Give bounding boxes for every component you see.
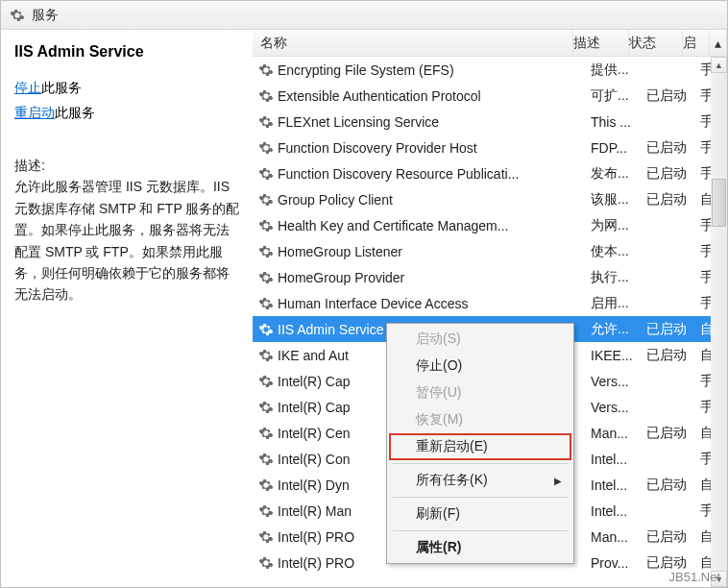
- service-name: Encrypting File System (EFS): [276, 62, 591, 78]
- restart-link[interactable]: 重启动: [14, 105, 55, 120]
- gear-icon: [256, 62, 276, 78]
- service-desc: FDP...: [591, 140, 646, 156]
- service-status: 已启动: [646, 425, 700, 442]
- service-desc: 可扩...: [591, 87, 646, 105]
- service-status: 已启动: [646, 477, 700, 494]
- service-desc: 该服...: [591, 191, 646, 208]
- service-desc: Intel...: [591, 478, 646, 493]
- gear-icon: [256, 296, 276, 311]
- details-pane: IIS Admin Service 停止此服务 重启动此服务 描述: 允许此服务…: [1, 30, 253, 587]
- scroll-up-icon[interactable]: ▴: [710, 30, 727, 56]
- description-label: 描述:: [14, 155, 241, 176]
- service-status: 已启动: [646, 347, 700, 364]
- menu-item-start: 启动(S): [389, 326, 571, 353]
- service-row[interactable]: Extensible Authentication Protocol可扩...已…: [253, 83, 727, 109]
- service-desc: 为网...: [591, 217, 646, 234]
- gear-icon: [256, 348, 276, 363]
- context-menu[interactable]: 启动(S)停止(O)暂停(U)恢复(M)重新启动(E)所有任务(K)▶刷新(F)…: [386, 323, 574, 564]
- services-window: 服务 IIS Admin Service 停止此服务 重启动此服务 描述: 允许…: [0, 0, 728, 588]
- service-name: Human Interface Device Access: [276, 296, 591, 311]
- stop-suffix: 此服务: [41, 80, 82, 95]
- scroll-up-button[interactable]: ▲: [711, 57, 727, 73]
- menu-item-resume: 恢复(M): [389, 406, 571, 433]
- service-status: 已启动: [646, 191, 700, 208]
- service-row[interactable]: Human Interface Device Access启用...手: [253, 290, 727, 316]
- services-icon: [9, 7, 26, 24]
- service-name: HomeGroup Provider: [276, 270, 591, 285]
- service-row[interactable]: FLEXnet Licensing ServiceThis ...手: [253, 109, 727, 135]
- service-name: Function Discovery Resource Publicati...: [276, 166, 591, 182]
- gear-icon: [256, 503, 276, 519]
- service-row[interactable]: HomeGroup Listener使本...手: [253, 238, 727, 264]
- service-desc: Prov...: [591, 555, 646, 571]
- stop-link[interactable]: 停止: [14, 80, 41, 95]
- restart-suffix: 此服务: [55, 105, 95, 120]
- service-row[interactable]: Health Key and Certificate Managem...为网.…: [253, 212, 727, 238]
- gear-icon: [256, 166, 276, 182]
- service-desc: Intel...: [591, 503, 646, 519]
- menu-separator: [393, 497, 568, 498]
- service-name: HomeGroup Listener: [276, 244, 591, 259]
- service-name: Group Policy Client: [276, 192, 591, 208]
- window-body: IIS Admin Service 停止此服务 重启动此服务 描述: 允许此服务…: [1, 30, 727, 587]
- service-status: 已启动: [646, 165, 700, 183]
- menu-item-pause: 暂停(U): [389, 380, 571, 406]
- service-desc: This ...: [591, 114, 646, 130]
- gear-icon: [256, 218, 276, 233]
- scroll-thumb[interactable]: [712, 179, 726, 227]
- menu-item-refresh[interactable]: 刷新(F): [389, 501, 571, 527]
- gear-icon: [256, 555, 276, 571]
- col-desc[interactable]: 描述: [573, 30, 629, 56]
- gear-icon: [256, 478, 276, 493]
- service-name: Health Key and Certificate Managem...: [276, 218, 591, 233]
- service-row[interactable]: Encrypting File System (EFS)提供...手: [253, 57, 727, 83]
- gear-icon: [256, 374, 276, 389]
- gear-icon: [256, 452, 276, 467]
- window-title: 服务: [32, 7, 59, 24]
- gear-icon: [256, 426, 276, 441]
- col-startup[interactable]: 启: [683, 30, 710, 56]
- gear-icon: [256, 529, 276, 545]
- service-desc: Vers...: [591, 374, 646, 389]
- titlebar: 服务: [1, 1, 727, 30]
- gear-icon: [256, 322, 276, 337]
- service-name: FLEXnet Licensing Service: [276, 114, 591, 130]
- service-desc: 使本...: [591, 243, 646, 260]
- menu-item-alltasks[interactable]: 所有任务(K)▶: [389, 467, 571, 494]
- description-block: 描述: 允许此服务器管理 IIS 元数据库。IIS 元数据库存储 SMTP 和 …: [14, 155, 241, 306]
- description-body: 允许此服务器管理 IIS 元数据库。IIS 元数据库存储 SMTP 和 FTP …: [14, 176, 241, 305]
- service-desc: IKEE...: [591, 348, 646, 363]
- vertical-scrollbar[interactable]: ▲ ▼: [711, 57, 727, 587]
- menu-separator: [393, 463, 568, 464]
- gear-icon: [256, 114, 276, 130]
- service-status: 已启动: [646, 528, 700, 546]
- gear-icon: [256, 400, 276, 415]
- col-status[interactable]: 状态: [629, 30, 683, 56]
- service-desc: 启用...: [591, 295, 646, 312]
- watermark: JB51.Net: [669, 570, 720, 584]
- scroll-track[interactable]: [711, 73, 727, 571]
- service-heading: IIS Admin Service: [14, 43, 241, 61]
- menu-item-props[interactable]: 属性(R): [389, 534, 571, 561]
- service-row[interactable]: Function Discovery Resource Publicati...…: [253, 160, 727, 186]
- service-status: 已启动: [646, 87, 700, 105]
- service-desc: Man...: [591, 529, 646, 545]
- service-status: 已启动: [646, 321, 700, 338]
- restart-service-line: 重启动此服务: [14, 105, 241, 122]
- service-row[interactable]: Group Policy Client该服...已启动自: [253, 186, 727, 212]
- gear-icon: [256, 88, 276, 104]
- stop-service-line: 停止此服务: [14, 80, 241, 97]
- service-desc: Vers...: [591, 400, 646, 415]
- menu-item-stop[interactable]: 停止(O): [389, 353, 571, 380]
- gear-icon: [256, 140, 276, 156]
- col-name[interactable]: 名称: [253, 30, 573, 56]
- service-desc: 提供...: [591, 61, 646, 79]
- service-row[interactable]: Function Discovery Provider HostFDP...已启…: [253, 135, 727, 160]
- service-status: 已启动: [646, 554, 700, 572]
- menu-item-restart[interactable]: 重新启动(E): [389, 433, 571, 460]
- menu-separator: [393, 530, 568, 531]
- service-desc: 执行...: [591, 269, 646, 286]
- service-row[interactable]: HomeGroup Provider执行...手: [253, 264, 727, 290]
- gear-icon: [256, 244, 276, 259]
- service-status: 已启动: [646, 139, 700, 157]
